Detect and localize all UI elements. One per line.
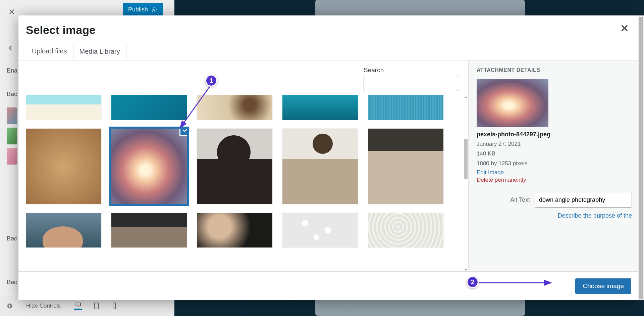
media-grid-area: Search — [18, 60, 468, 271]
close-icon — [8, 8, 15, 15]
media-item[interactable] — [26, 213, 101, 247]
media-item[interactable] — [111, 95, 187, 120]
scroll-down-icon[interactable]: ▼ — [464, 268, 468, 271]
attachment-size: 140 KB — [477, 149, 632, 159]
section-label: Ena — [7, 67, 17, 74]
media-item[interactable] — [282, 213, 358, 247]
media-grid — [26, 95, 468, 247]
describe-purpose-link[interactable]: Describe the purpose of the — [477, 212, 632, 219]
tab-media-library[interactable]: Media Library — [73, 43, 126, 60]
scroll-thumb[interactable] — [464, 139, 468, 179]
edit-image-link[interactable]: Edit Image — [477, 169, 632, 176]
desktop-icon[interactable] — [74, 302, 82, 310]
media-item[interactable] — [368, 95, 443, 120]
close-modal-button[interactable] — [620, 24, 629, 33]
annotation-marker-2: 2 — [467, 276, 479, 288]
mobile-icon[interactable] — [110, 302, 118, 310]
section-label: Bac — [7, 279, 17, 286]
bg-thumb[interactable] — [7, 128, 17, 144]
tab-upload-files[interactable]: Upload files — [26, 43, 73, 60]
choose-image-button[interactable]: Choose image — [575, 278, 631, 294]
close-icon — [620, 24, 629, 33]
publish-button[interactable]: Publish — [123, 3, 163, 16]
svg-point-4 — [96, 308, 97, 308]
attachment-filename: pexels-photo-844297.jpeg — [477, 131, 632, 138]
media-item[interactable] — [368, 213, 443, 247]
media-item[interactable] — [368, 129, 443, 204]
modal-tabs: Upload files Media Library — [26, 43, 640, 60]
check-icon — [182, 129, 187, 134]
page-scrollbar[interactable] — [638, 15, 644, 300]
close-customizer-button[interactable] — [3, 3, 20, 20]
svg-point-1 — [7, 304, 12, 309]
media-item[interactable] — [26, 129, 101, 204]
media-item[interactable] — [282, 129, 358, 204]
search-label: Search — [364, 66, 458, 74]
alt-text-label: Alt Text — [510, 196, 530, 204]
alt-text-input[interactable] — [535, 193, 632, 208]
media-item[interactable] — [111, 213, 187, 247]
attachment-dimensions: 1880 by 1253 pixels — [477, 159, 632, 169]
publish-label: Publish — [128, 6, 148, 13]
select-image-modal: Select image Upload files Media Library … — [18, 15, 640, 300]
svg-rect-2 — [76, 303, 80, 306]
chevron-left-icon — [7, 303, 13, 309]
attachment-date: January 27, 2021 — [477, 139, 632, 149]
background-thumbnails — [7, 107, 17, 165]
modal-header: Select image — [18, 15, 640, 37]
hide-controls-button[interactable]: Hide Controls — [26, 303, 61, 309]
gear-icon — [151, 7, 157, 13]
attachment-preview-thumb — [477, 79, 548, 127]
section-label: Bac — [7, 91, 17, 98]
modal-title: Select image — [26, 24, 96, 37]
search-input[interactable] — [364, 76, 458, 91]
attachment-details-panel: ATTACHMENT DETAILS pexels-photo-844297.j… — [468, 60, 640, 271]
back-button[interactable] — [3, 40, 18, 55]
media-item-selected[interactable] — [111, 129, 187, 204]
grid-scrollbar[interactable]: ▲ ▼ — [464, 95, 468, 271]
svg-point-6 — [114, 308, 115, 308]
section-label: Bac — [7, 235, 17, 242]
modal-footer: Choose image — [18, 271, 640, 300]
media-item[interactable] — [197, 129, 272, 204]
attachment-details-heading: ATTACHMENT DETAILS — [477, 67, 632, 73]
annotation-marker-1: 1 — [205, 75, 217, 87]
media-item[interactable] — [26, 95, 101, 120]
tablet-icon[interactable] — [92, 302, 100, 310]
scroll-thumb[interactable] — [639, 17, 643, 299]
delete-permanently-link[interactable]: Delete permanently — [477, 177, 632, 183]
svg-point-0 — [154, 9, 155, 10]
selected-check-badge[interactable] — [179, 129, 187, 136]
modal-body: Search — [18, 60, 640, 271]
media-item[interactable] — [197, 95, 272, 120]
scroll-up-icon[interactable]: ▲ — [464, 95, 468, 98]
media-item[interactable] — [197, 213, 272, 247]
chevron-left-icon — [8, 45, 14, 51]
bg-thumb[interactable] — [7, 148, 17, 165]
bg-thumb[interactable] — [7, 107, 17, 124]
media-item[interactable] — [282, 95, 358, 120]
media-grid-scroll[interactable]: ▲ ▼ — [26, 95, 468, 271]
